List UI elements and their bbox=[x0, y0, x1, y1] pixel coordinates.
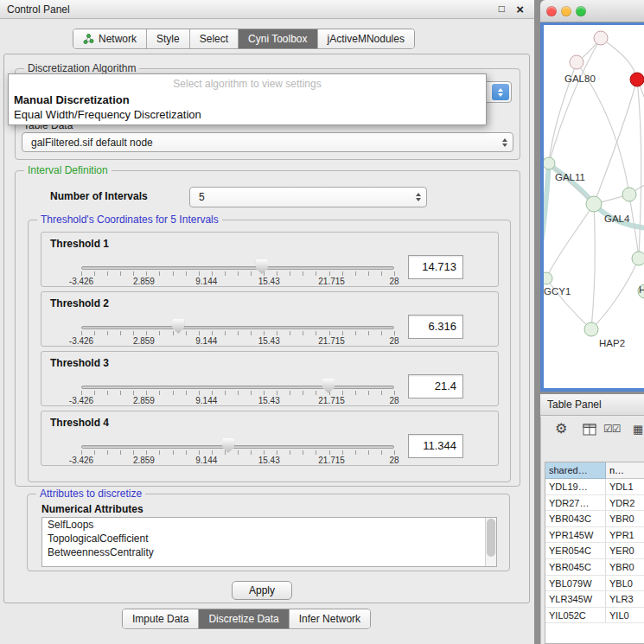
table-row[interactable]: YPR145WYPR1 bbox=[545, 527, 644, 544]
control-panel-tabbar: NetworkStyleSelectCyni ToolboxjActiveMNo… bbox=[73, 29, 415, 49]
table-row[interactable]: YBR043CYBR0 bbox=[545, 511, 644, 527]
table-row[interactable]: YER054CYER0 bbox=[545, 543, 644, 559]
scale-label: 15.43 bbox=[258, 277, 280, 286]
tab-network[interactable]: Network bbox=[73, 29, 147, 48]
table-row[interactable]: YIL052CYIL0 bbox=[545, 608, 644, 624]
cell-name: YER0 bbox=[606, 543, 644, 558]
scale-label: -3.426 bbox=[69, 277, 93, 286]
close-icon[interactable]: × bbox=[516, 2, 524, 16]
threshold-value-field[interactable]: 21.4 bbox=[408, 374, 463, 399]
scale-label: 15.43 bbox=[258, 456, 280, 465]
column-header-name[interactable]: n… bbox=[606, 462, 644, 479]
tab-style[interactable]: Style bbox=[147, 29, 190, 48]
threshold-panel-3: Threshold 3-3.4262.8599.14415.4321.71528… bbox=[41, 351, 499, 406]
threshold-value-field[interactable]: 11.344 bbox=[408, 434, 463, 458]
scale-label: 28 bbox=[389, 456, 399, 465]
tab-discretize-data[interactable]: Discretize Data bbox=[199, 609, 289, 628]
scale-label: -3.426 bbox=[69, 336, 93, 346]
scale-label: 9.144 bbox=[195, 277, 217, 286]
tab-impute-data[interactable]: Impute Data bbox=[123, 609, 199, 628]
grid-icon[interactable]: ▦ bbox=[633, 423, 643, 436]
cell-shared-name: YER054C bbox=[545, 543, 606, 558]
threshold-value-field[interactable]: 14.713 bbox=[408, 255, 463, 279]
cell-name: YIL0 bbox=[606, 608, 644, 623]
threshold-label: Threshold 2 bbox=[50, 297, 109, 309]
control-panel-titlebar: Control Panel □ × bbox=[0, 0, 534, 19]
cell-name: YPR1 bbox=[606, 527, 644, 543]
control-panel-title: Control Panel bbox=[7, 3, 70, 16]
tab-select[interactable]: Select bbox=[190, 29, 239, 48]
control-panel-window: Control Panel □ × NetworkStyleSelectCyni… bbox=[0, 0, 534, 644]
network-graph: GAL80 GAL11 GAL4 GCY1 HAP2 H bbox=[544, 25, 644, 392]
scale-label: 28 bbox=[389, 336, 399, 346]
tab-jactivemnodules[interactable]: jActiveMNodules bbox=[318, 29, 414, 48]
attribute-item[interactable]: SelfLoops bbox=[42, 518, 496, 532]
table-row[interactable]: YDR27…YDR2 bbox=[545, 495, 644, 512]
table-row[interactable]: YLR345WYLR3 bbox=[545, 591, 644, 608]
network-node-gal80[interactable] bbox=[570, 55, 583, 69]
network-edge bbox=[544, 163, 549, 289]
network-node[interactable] bbox=[632, 252, 644, 265]
combobox-arrows-icon bbox=[502, 138, 507, 147]
algorithm-option[interactable]: Manual Discretization bbox=[9, 92, 486, 107]
threshold-value-field[interactable]: 6.316 bbox=[408, 315, 463, 339]
table-panel-title: Table Panel bbox=[547, 399, 602, 411]
network-node-gal4[interactable] bbox=[586, 196, 602, 212]
gear-icon[interactable]: ⚙ bbox=[555, 420, 567, 437]
slider-scale: -3.4262.8599.14415.4321.71528 bbox=[81, 277, 394, 287]
numerical-attributes-list: SelfLoopsTopologicalCoefficientBetweenne… bbox=[41, 517, 497, 567]
slider-track[interactable] bbox=[81, 326, 394, 329]
network-node[interactable] bbox=[622, 188, 636, 201]
slider-track[interactable] bbox=[81, 266, 394, 270]
table-row[interactable]: YDL19…YDL1 bbox=[545, 479, 644, 495]
select-columns-icon[interactable]: ☑☑ bbox=[603, 423, 621, 435]
network-icon bbox=[83, 34, 94, 44]
slider-scale: -3.4262.8599.14415.4321.71528 bbox=[81, 396, 394, 406]
combobox-arrows-icon[interactable] bbox=[492, 84, 509, 100]
threshold-panel-2: Threshold 2-3.4262.8599.14415.4321.71528… bbox=[41, 291, 499, 347]
minimize-window-icon[interactable] bbox=[561, 6, 571, 16]
numerical-attributes-label: Numerical Attributes bbox=[41, 503, 143, 515]
table-row[interactable]: YBL079WYBL0 bbox=[545, 576, 644, 592]
cell-name: YDR2 bbox=[606, 495, 644, 511]
number-of-intervals-combobox[interactable]: 5 bbox=[189, 187, 427, 207]
scrollbar-thumb[interactable] bbox=[487, 519, 495, 557]
number-of-intervals-label: Number of Intervals bbox=[50, 190, 148, 202]
apply-button[interactable]: Apply bbox=[232, 581, 292, 600]
algorithm-dropdown-popup: Select algorithm to view settings Manual… bbox=[8, 73, 487, 125]
network-node-selected[interactable] bbox=[630, 73, 644, 86]
scale-label: 9.144 bbox=[195, 456, 217, 465]
column-header-shared-name[interactable]: shared… bbox=[545, 462, 606, 479]
zoom-window-icon[interactable] bbox=[576, 6, 586, 16]
network-node[interactable] bbox=[594, 31, 608, 45]
tab-infer-network[interactable]: Infer Network bbox=[290, 609, 370, 628]
columns-icon[interactable] bbox=[583, 424, 596, 439]
scale-label: 2.859 bbox=[133, 456, 155, 465]
slider-ticks bbox=[81, 271, 395, 276]
scale-label: 21.715 bbox=[318, 277, 345, 286]
slider-track[interactable] bbox=[81, 445, 394, 449]
scale-label: 2.859 bbox=[133, 277, 155, 286]
cell-name: YBL0 bbox=[606, 576, 644, 591]
attribute-item[interactable]: BetweennessCentrality bbox=[42, 545, 496, 559]
tab-cyni-toolbox[interactable]: Cyni Toolbox bbox=[239, 29, 317, 48]
float-window-icon[interactable]: □ bbox=[499, 3, 505, 15]
attributes-scrollbar[interactable] bbox=[485, 518, 496, 566]
cell-shared-name: YDL19… bbox=[545, 479, 606, 494]
network-node-gal11[interactable] bbox=[544, 157, 555, 169]
table-data-combobox[interactable]: galFiltered.sif default node bbox=[22, 132, 513, 152]
network-canvas[interactable]: GAL80 GAL11 GAL4 GCY1 HAP2 H bbox=[540, 22, 644, 392]
table-row[interactable]: YBR045CYBR0 bbox=[545, 559, 644, 576]
scale-label: -3.426 bbox=[69, 456, 93, 465]
scale-label: -3.426 bbox=[69, 396, 93, 405]
network-node-hap2[interactable] bbox=[584, 322, 598, 336]
attribute-item[interactable]: TopologicalCoefficient bbox=[42, 532, 496, 545]
close-window-icon[interactable] bbox=[546, 6, 557, 16]
tab-label: Discretize Data bbox=[208, 613, 278, 625]
node-label-gal4: GAL4 bbox=[604, 214, 630, 224]
table-header-row: shared… n… bbox=[545, 462, 644, 479]
network-node-gcy1[interactable] bbox=[544, 272, 552, 284]
slider-track[interactable] bbox=[81, 386, 394, 389]
algorithm-option[interactable]: Equal Width/Frequency Discretization bbox=[9, 107, 486, 122]
node-label-gcy1: GCY1 bbox=[544, 286, 571, 296]
